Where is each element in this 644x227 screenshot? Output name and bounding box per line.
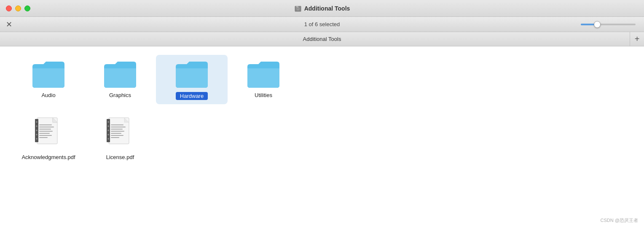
svg-rect-19 [111, 124, 123, 125]
folder-audio[interactable]: Audio [13, 55, 84, 104]
svg-rect-10 [39, 135, 52, 136]
folder-graphics[interactable]: Graphics [84, 55, 156, 104]
svg-rect-24 [111, 135, 123, 136]
content-area: Audio Graphics Hardware Utilities [0, 46, 644, 227]
svg-rect-11 [39, 137, 48, 138]
svg-rect-20 [111, 127, 126, 127]
slider-track[interactable] [581, 24, 636, 25]
svg-point-14 [35, 125, 38, 127]
folder-icon-hardware [175, 59, 209, 89]
svg-rect-25 [111, 137, 119, 138]
path-label: Additional Tools [303, 36, 341, 42]
disk-icon [294, 5, 302, 12]
zoom-slider-container[interactable] [581, 24, 636, 25]
svg-rect-21 [111, 129, 123, 130]
file-label-license: License.pdf [106, 154, 134, 160]
svg-point-2 [297, 8, 298, 9]
title-bar-content: Additional Tools [294, 5, 350, 12]
svg-point-31 [107, 138, 109, 140]
add-button[interactable]: + [630, 32, 644, 46]
path-bar: Additional Tools + [0, 32, 644, 46]
slider-thumb[interactable] [594, 21, 601, 28]
selection-status: 1 of 6 selected [304, 21, 340, 27]
folder-label-hardware: Hardware [176, 92, 208, 100]
svg-point-13 [35, 121, 38, 123]
title-bar: Additional Tools [0, 0, 644, 17]
folder-utilities[interactable]: Utilities [228, 55, 299, 104]
svg-rect-6 [39, 127, 54, 127]
folder-label-graphics: Graphics [109, 92, 131, 98]
action-icon[interactable]: ✕ [6, 20, 12, 29]
svg-point-29 [107, 130, 109, 132]
folder-row: Audio Graphics Hardware Utilities [13, 55, 631, 104]
svg-point-27 [107, 121, 109, 123]
close-button[interactable] [6, 5, 12, 11]
watermark: CSDN @恐厌王者 [601, 217, 638, 224]
folder-icon-utilities [247, 59, 280, 89]
pdf-icon-acknowledgments [35, 117, 62, 151]
toolbar: ✕ 1 of 6 selected [0, 17, 644, 32]
svg-point-15 [35, 130, 38, 132]
file-acknowledgments[interactable]: Acknowledgments.pdf [13, 113, 84, 165]
folder-icon-audio [32, 59, 65, 89]
folder-icon-graphics [103, 59, 137, 89]
svg-rect-22 [111, 131, 124, 132]
folder-label-audio: Audio [41, 92, 55, 98]
pdf-icon-license [107, 117, 134, 151]
window-title: Additional Tools [304, 5, 350, 12]
svg-rect-8 [39, 131, 53, 132]
traffic-lights [6, 5, 30, 11]
svg-rect-3 [296, 6, 298, 7]
svg-rect-9 [39, 133, 50, 134]
svg-point-17 [35, 138, 38, 140]
folder-hardware[interactable]: Hardware [156, 55, 228, 104]
svg-rect-5 [39, 124, 52, 125]
svg-point-28 [107, 125, 109, 127]
file-license[interactable]: License.pdf [84, 113, 156, 165]
file-label-acknowledgments: Acknowledgments.pdf [21, 154, 75, 160]
folder-label-utilities: Utilities [255, 92, 272, 98]
svg-point-30 [107, 134, 109, 136]
svg-point-16 [35, 134, 38, 136]
maximize-button[interactable] [24, 5, 30, 11]
svg-rect-7 [39, 129, 51, 130]
minimize-button[interactable] [15, 5, 21, 11]
pdf-row: Acknowledgments.pdf [13, 113, 631, 165]
svg-rect-23 [111, 133, 121, 134]
